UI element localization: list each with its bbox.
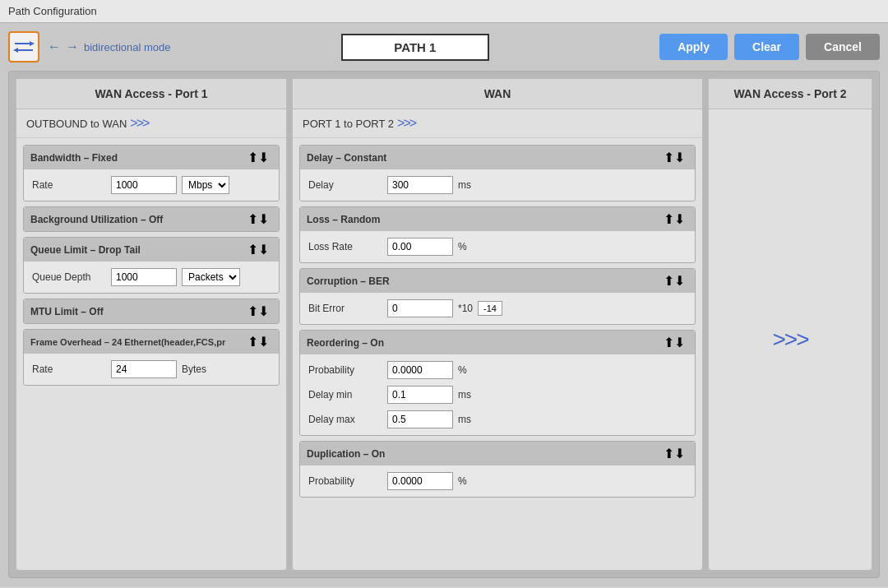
frame-rate-row: Rate Bytes <box>32 359 271 380</box>
delay-value-row: Delay ms <box>308 174 687 196</box>
bandwidth-unit-select[interactable]: Mbps Kbps Gbps <box>182 176 229 194</box>
dup-prob-input[interactable] <box>387 472 453 490</box>
frame-rate-label: Rate <box>32 363 106 375</box>
bit-error-row: Bit Error *10 <box>308 298 687 319</box>
path-title-area <box>179 34 652 61</box>
frame-rate-input[interactable] <box>111 360 177 378</box>
right-panel-chevrons: >>> <box>772 326 807 353</box>
bit-error-label: Bit Error <box>308 303 382 314</box>
loss-dropdown-btn[interactable]: ⬆⬇ <box>660 211 688 227</box>
queue-dropdown-btn[interactable]: ⬆⬇ <box>244 242 272 257</box>
frame-dropdown-btn[interactable]: ⬆⬇ <box>244 334 272 350</box>
apply-button[interactable]: Apply <box>659 34 728 60</box>
delay-header: Delay – Constant ⬆⬇ <box>300 146 695 169</box>
delay-unit: ms <box>458 179 471 191</box>
left-arrow: ← <box>48 39 61 54</box>
reorder-delay-max-row: Delay max ms <box>308 409 687 430</box>
frame-section: Frame Overhead – 24 Ethernet(header,FCS,… <box>23 329 280 386</box>
left-panel-header: WAN Access - Port 1 <box>16 79 286 109</box>
reordering-header: Reordering – On ⬆⬇ <box>300 331 695 354</box>
right-chevron-area: >>> <box>709 109 872 570</box>
queue-depth-row: Queue Depth Packets Bytes <box>32 266 271 288</box>
center-panel-body: Delay – Constant ⬆⬇ Delay ms Loss – <box>293 138 702 570</box>
bidir-label-area: ← → bidirectional mode <box>48 39 171 54</box>
frame-body: Rate Bytes <box>24 354 279 385</box>
toolbar-buttons: Apply Clear Cancel <box>659 34 880 60</box>
queue-depth-input[interactable] <box>111 268 177 286</box>
svg-marker-1 <box>30 41 35 46</box>
background-section: Background Utilization – Off ⬆⬇ <box>23 206 280 232</box>
queue-unit[interactable]: Packets Bytes <box>182 268 240 286</box>
main-window: ← → bidirectional mode Apply Clear Cance… <box>0 23 888 586</box>
reorder-prob-label: Probability <box>308 364 382 376</box>
frame-title: Frame Overhead – 24 Ethernet(header,FCS,… <box>30 337 225 347</box>
reorder-delay-max-unit: ms <box>458 414 471 425</box>
mtu-title: MTU Limit – Off <box>30 306 104 317</box>
duplication-body: Probability % <box>300 465 695 497</box>
right-panel: WAN Access - Port 2 >>> <box>708 78 872 571</box>
bandwidth-section: Bandwidth – Fixed ⬆⬇ Rate Mbps Kbps Gb <box>23 145 280 201</box>
background-dropdown-btn[interactable]: ⬆⬇ <box>244 211 272 227</box>
frame-unit-label: Bytes <box>182 363 206 375</box>
reorder-delay-min-row: Delay min ms <box>308 384 687 405</box>
background-header: Background Utilization – Off ⬆⬇ <box>24 207 279 231</box>
reorder-prob-input[interactable] <box>387 361 453 379</box>
dup-prob-label: Probability <box>308 475 382 487</box>
frame-header: Frame Overhead – 24 Ethernet(header,FCS,… <box>24 330 279 354</box>
bidir-label: bidirectional mode <box>84 41 171 53</box>
duplication-section: Duplication – On ⬆⬇ Probability % <box>299 441 696 498</box>
loss-rate-label: Loss Rate <box>308 241 382 252</box>
mtu-dropdown-btn[interactable]: ⬆⬇ <box>244 303 272 319</box>
queue-unit-select[interactable]: Packets Bytes <box>182 268 240 286</box>
loss-unit: % <box>458 241 467 252</box>
queue-section: Queue Limit – Drop Tail ⬆⬇ Queue Depth P… <box>23 237 280 294</box>
path-title-input[interactable] <box>341 34 489 61</box>
loss-rate-row: Loss Rate % <box>308 236 687 257</box>
reorder-prob-unit: % <box>458 364 467 376</box>
clear-button[interactable]: Clear <box>734 34 799 60</box>
reorder-delay-min-unit: ms <box>458 389 471 400</box>
reorder-delay-min-input[interactable] <box>387 386 453 404</box>
bandwidth-title: Bandwidth – Fixed <box>30 152 118 164</box>
bandwidth-dropdown-btn[interactable]: ⬆⬇ <box>244 150 272 165</box>
port-label: PORT 1 to PORT 2 <box>303 118 394 130</box>
content-area: WAN Access - Port 1 OUTBOUND to WAN >>> … <box>8 71 880 578</box>
left-panel-body: Bandwidth – Fixed ⬆⬇ Rate Mbps Kbps Gb <box>16 138 286 570</box>
center-chevrons: >>> <box>397 116 415 131</box>
bandwidth-unit[interactable]: Mbps Kbps Gbps <box>182 176 229 194</box>
dup-prob-row: Probability % <box>308 470 687 492</box>
corruption-dropdown-btn[interactable]: ⬆⬇ <box>660 273 688 289</box>
delay-section: Delay – Constant ⬆⬇ Delay ms <box>299 145 696 201</box>
bandwidth-rate-input[interactable] <box>111 176 177 194</box>
duplication-dropdown-btn[interactable]: ⬆⬇ <box>660 446 688 461</box>
delay-dropdown-btn[interactable]: ⬆⬇ <box>660 150 688 165</box>
delay-title: Delay – Constant <box>307 152 386 164</box>
reorder-prob-row: Probability % <box>308 359 687 381</box>
bandwidth-header: Bandwidth – Fixed ⬆⬇ <box>24 146 279 169</box>
mtu-section: MTU Limit – Off ⬆⬇ <box>23 299 280 324</box>
delay-value-input[interactable] <box>387 176 453 194</box>
queue-title: Queue Limit – Drop Tail <box>30 244 141 256</box>
loss-rate-input[interactable] <box>387 238 453 256</box>
reorder-delay-max-label: Delay max <box>308 414 382 425</box>
corruption-title: Corruption – BER <box>307 275 390 287</box>
bit-error-input[interactable] <box>387 299 453 317</box>
reordering-dropdown-btn[interactable]: ⬆⬇ <box>660 335 688 350</box>
cancel-button[interactable]: Cancel <box>806 34 880 60</box>
toolbar: ← → bidirectional mode Apply Clear Cance… <box>8 31 880 63</box>
loss-header: Loss – Random ⬆⬇ <box>300 207 695 231</box>
duplication-header: Duplication – On ⬆⬇ <box>300 442 695 465</box>
center-panel-subheader: PORT 1 to PORT 2 >>> <box>293 109 702 138</box>
title-bar: Path Configuration <box>0 0 888 23</box>
corruption-section: Corruption – BER ⬆⬇ Bit Error *10 <box>299 268 696 325</box>
reorder-delay-max-input[interactable] <box>387 410 453 428</box>
reordering-title: Reordering – On <box>307 337 384 349</box>
bidirectional-mode-icon[interactable] <box>8 31 39 63</box>
queue-body: Queue Depth Packets Bytes <box>24 262 279 293</box>
loss-title: Loss – Random <box>307 214 380 225</box>
loss-body: Loss Rate % <box>300 231 695 262</box>
reorder-delay-min-label: Delay min <box>308 389 382 400</box>
bit-error-exponent[interactable] <box>478 301 502 316</box>
left-panel: WAN Access - Port 1 OUTBOUND to WAN >>> … <box>16 78 287 571</box>
center-panel-header: WAN <box>293 79 702 109</box>
